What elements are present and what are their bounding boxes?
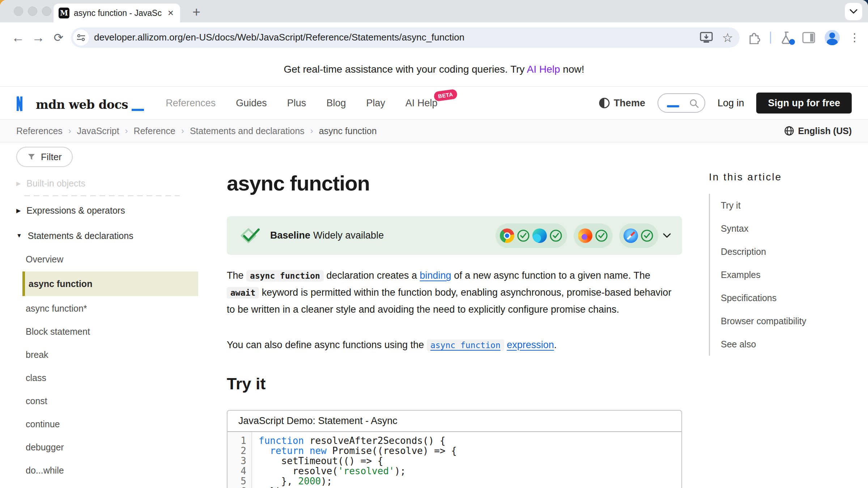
tab-search-button[interactable] (845, 3, 862, 20)
toc-item-examples[interactable]: Examples (721, 263, 864, 286)
sidebar-item-break[interactable]: break (16, 343, 210, 366)
theme-half-circle-icon (599, 97, 610, 109)
chevron-down-icon: ▼ (16, 232, 22, 239)
sidebar-item-async-function[interactable]: async function* (16, 297, 210, 320)
profile-avatar[interactable] (825, 30, 840, 45)
nav-item-guides[interactable]: Guides (236, 98, 267, 109)
support-check-icon (516, 229, 530, 243)
toc-item-syntax[interactable]: Syntax (721, 217, 864, 240)
interactive-demo: JavaScript Demo: Statement - Async 12345… (227, 410, 682, 488)
login-link[interactable]: Log in (718, 98, 744, 109)
address-bar[interactable]: developer.allizom.org/en-US/docs/Web/Jav… (71, 27, 740, 48)
extensions-puzzle-icon[interactable] (748, 31, 761, 44)
forward-button[interactable]: → (28, 30, 48, 45)
demo-editor[interactable]: 123456 function resolveAfter2Seconds() {… (227, 432, 681, 488)
browser-window: M async function - JavaScript | × + ← → … (0, 0, 868, 488)
bookmark-star-icon[interactable]: ☆ (722, 31, 733, 44)
language-switcher[interactable]: English (US) (784, 126, 852, 136)
mdn-logo[interactable]: mdn web docs (16, 94, 144, 112)
sidebar-item-overview[interactable]: Overview (16, 248, 210, 271)
signup-button[interactable]: Sign up for free (756, 93, 852, 114)
sidebar-item-const[interactable]: const (16, 389, 210, 412)
toc-item-specifications[interactable]: Specifications (721, 286, 864, 309)
tab-strip: M async function - JavaScript | × + (0, 0, 868, 22)
minimize-window-button[interactable] (28, 7, 37, 16)
text-link[interactable]: AI Help (527, 64, 560, 75)
expression-paragraph: You can also define async functions usin… (227, 337, 672, 354)
nav-item-play[interactable]: Play (366, 98, 385, 109)
sidebar-item-class[interactable]: class (16, 366, 210, 389)
sidebar-item-block-statement[interactable]: Block statement (16, 320, 210, 343)
nav-item-blog[interactable]: Blog (326, 98, 346, 109)
new-tab-button[interactable]: + (192, 4, 200, 20)
back-button[interactable]: ← (8, 30, 28, 45)
breadcrumb-separator-icon: › (68, 126, 71, 136)
sidebar-section-built-in-objects[interactable]: ▶Built-in objects (16, 172, 210, 194)
side-panel-icon[interactable] (802, 32, 815, 43)
edge-icon (532, 228, 547, 243)
sidebar-sections: ▶Built-in objects▶Expressions & operator… (16, 172, 210, 488)
nav-item-ai-help[interactable]: AI HelpBETA (405, 98, 438, 109)
sidebar-item-debugger[interactable]: debugger (16, 436, 210, 459)
install-app-icon[interactable] (700, 32, 713, 43)
language-label: English (US) (798, 126, 852, 136)
url-text[interactable]: developer.allizom.org/en-US/docs/Web/Jav… (94, 32, 693, 43)
breadcrumb: References›JavaScript›Reference›Statemen… (16, 126, 377, 136)
breadcrumb-item-async-function[interactable]: async function (319, 126, 377, 136)
sidebar-item-continue[interactable]: continue (16, 412, 210, 436)
code-link[interactable]: async function (427, 339, 504, 351)
support-check-icon (549, 229, 563, 243)
toc-item-see-also[interactable]: See also (721, 333, 864, 356)
tab-close-icon[interactable]: × (166, 8, 175, 18)
breadcrumb-separator-icon: › (310, 126, 313, 136)
sidebar-section-statements-declarations[interactable]: ▼Statements & declarations (16, 224, 210, 247)
intro-paragraph: The async function declaration creates a… (227, 267, 672, 318)
breadcrumb-bar: References›JavaScript›Reference›Statemen… (0, 119, 868, 142)
firefox-icon (578, 228, 592, 243)
zoom-window-button[interactable] (42, 7, 51, 16)
toc-item-description[interactable]: Description (721, 240, 864, 263)
breadcrumb-item-javascript[interactable]: JavaScript (77, 126, 119, 136)
theme-button[interactable]: Theme (599, 97, 645, 109)
window-controls (14, 7, 51, 16)
nav-item-plus[interactable]: Plus (287, 98, 306, 109)
browser-tab[interactable]: M async function - JavaScript | × (54, 4, 180, 22)
baseline-banner[interactable]: BaselineWidely available (227, 216, 682, 255)
text-link[interactable]: binding (420, 270, 451, 281)
nav-item-label: Blog (326, 98, 346, 108)
labs-flask-icon[interactable] (780, 31, 793, 44)
sidebar-item-empty-statement[interactable]: Empty statement (16, 482, 210, 488)
sidebar-section-expressions-operators[interactable]: ▶Expressions & operators (16, 199, 210, 222)
sidebar-filter-button[interactable]: Filter (16, 147, 73, 167)
globe-icon (784, 126, 794, 136)
theme-label: Theme (614, 98, 645, 109)
promo-banner: Get real-time assistance with your codin… (0, 52, 868, 87)
sidebar-section-label: Built-in objects (26, 178, 85, 189)
baseline-logo-icon (238, 227, 262, 244)
reload-button[interactable]: ⟳ (48, 31, 69, 44)
page-title: async function (227, 171, 682, 196)
chevron-right-icon: ▶ (16, 180, 21, 187)
browser-menu-icon[interactable]: ⋮ (849, 31, 860, 44)
doc-sidebar: Filter ▶Built-in objects▶Expressions & o… (0, 142, 210, 488)
nav-item-references[interactable]: References (166, 98, 216, 109)
code-line: return new Promise((resolve) => { (259, 446, 681, 456)
browser-support-pill (619, 223, 658, 248)
toc: In this article Try itSyntaxDescriptionE… (709, 171, 864, 356)
close-window-button[interactable] (14, 7, 23, 16)
filter-label: Filter (41, 151, 62, 163)
baseline-expand-button[interactable] (663, 233, 671, 239)
demo-code[interactable]: function resolveAfter2Seconds() { return… (252, 432, 681, 488)
search-input[interactable] (658, 93, 705, 113)
sidebar-item-do-while[interactable]: do...while (16, 459, 210, 482)
toc-item-browser-compatibility[interactable]: Browser compatibility (721, 309, 864, 333)
text-link[interactable]: expression (507, 339, 554, 350)
support-check-icon (595, 229, 608, 243)
toc-item-try-it[interactable]: Try it (721, 194, 864, 217)
sidebar-item-async-function[interactable]: async function (22, 271, 198, 296)
site-info-icon[interactable] (73, 30, 89, 46)
line-number: 1 (227, 436, 246, 446)
breadcrumb-item-reference[interactable]: Reference (134, 126, 175, 136)
breadcrumb-item-statements-and-declarations[interactable]: Statements and declarations (190, 126, 305, 136)
breadcrumb-item-references[interactable]: References (16, 126, 63, 136)
